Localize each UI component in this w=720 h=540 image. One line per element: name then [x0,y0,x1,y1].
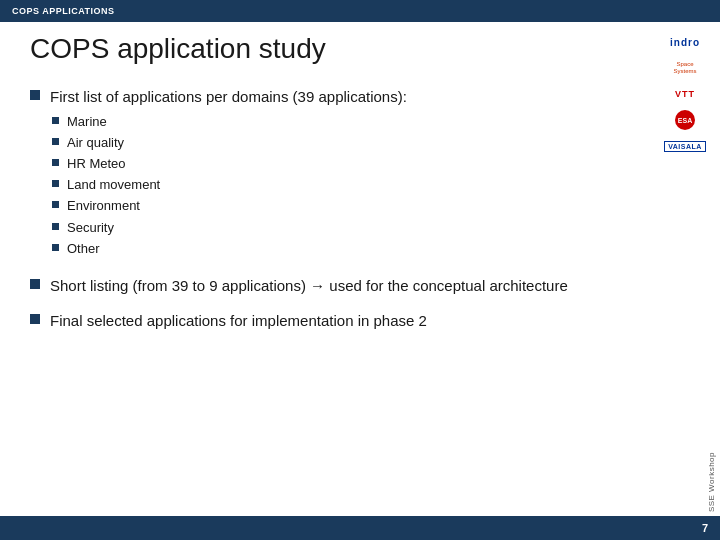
header-bar: COPS APPLICATIONS [0,0,720,22]
page-number: 7 [702,522,708,534]
sub-item-environment: Environment [52,197,407,215]
bullet-text-3: Final selected applications for implemen… [50,310,427,331]
sub-bullet-square [52,201,59,208]
vertical-text-container: SSE Workshop [707,452,716,512]
sub-bullet-square [52,244,59,251]
sub-bullet-text-marine: Marine [67,113,107,131]
sub-bullet-text-landmovement: Land movement [67,176,160,194]
vertical-text-label: SSE Workshop [707,452,716,512]
sub-bullet-text-security: Security [67,219,114,237]
bullet-section-1: First list of applications per domains (… [30,86,690,261]
sub-bullet-square [52,138,59,145]
sub-bullet-text-hrmeteo: HR Meteo [67,155,126,173]
sub-item-landmovement: Land movement [52,176,407,194]
sub-bullet-text-environment: Environment [67,197,140,215]
page-title: COPS application study [30,32,690,66]
sub-bullet-text-other: Other [67,240,100,258]
bullet-text-2: Short listing (from 39 to 9 applications… [50,275,568,296]
bullet-square-3 [30,314,40,324]
sub-bullet-text-airquality: Air quality [67,134,124,152]
bottom-bar: 7 [0,516,720,540]
bullet-text-1: First list of applications per domains (… [50,88,407,105]
bullet-content-1: First list of applications per domains (… [50,86,407,261]
sub-bullet-square [52,159,59,166]
sub-item-hrmeteo: HR Meteo [52,155,407,173]
sub-bullet-square [52,223,59,230]
sub-item-airquality: Air quality [52,134,407,152]
sub-item-other: Other [52,240,407,258]
sub-bullets-1: Marine Air quality HR Meteo Land movemen… [52,113,407,258]
sub-item-security: Security [52,219,407,237]
header-title: COPS APPLICATIONS [12,6,115,16]
main-content: COPS application study First list of app… [0,22,720,355]
sub-item-marine: Marine [52,113,407,131]
sub-bullet-square [52,117,59,124]
bullet-section-3: Final selected applications for implemen… [30,310,690,331]
bullet-square-2 [30,279,40,289]
bullet-section-2: Short listing (from 39 to 9 applications… [30,275,690,296]
bullet-square-1 [30,90,40,100]
sub-bullet-square [52,180,59,187]
